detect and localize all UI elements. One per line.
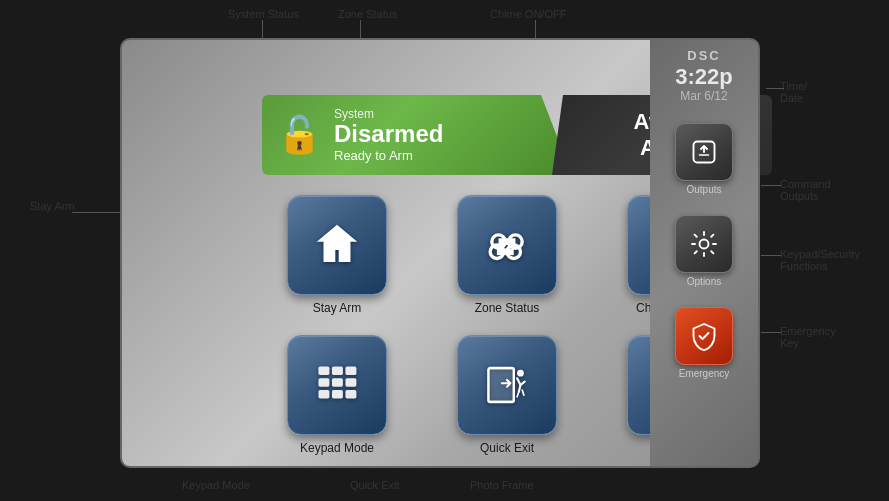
quick-exit-icon-box bbox=[457, 335, 557, 435]
quick-exit-label: Quick Exit bbox=[480, 441, 534, 455]
right-sidebar: DSC 3:22p Mar 6/12 Outputs Options bbox=[650, 38, 760, 468]
time-display: 3:22p bbox=[675, 65, 732, 89]
status-main: Disarmed bbox=[334, 121, 443, 147]
options-button[interactable]: Options bbox=[675, 215, 733, 287]
svg-point-19 bbox=[517, 370, 524, 377]
quick-exit-button[interactable]: Quick Exit bbox=[432, 335, 582, 455]
line-emergency bbox=[761, 332, 781, 333]
svg-rect-5 bbox=[497, 248, 514, 255]
status-text: System Disarmed Ready to Arm bbox=[334, 107, 443, 162]
outputs-label: Outputs bbox=[686, 184, 721, 195]
exit-icon bbox=[480, 358, 534, 412]
annotation-quick-exit: Quick Exit bbox=[350, 479, 400, 491]
keypad-mode-label: Keypad Mode bbox=[300, 441, 374, 455]
status-sub: Ready to Arm bbox=[334, 148, 443, 163]
gear-icon bbox=[689, 229, 719, 259]
emergency-label: Emergency bbox=[679, 368, 730, 379]
lock-icon: 🔓 bbox=[277, 114, 322, 156]
svg-rect-8 bbox=[318, 366, 329, 374]
svg-rect-10 bbox=[345, 366, 356, 374]
outputs-icon-box bbox=[675, 123, 733, 181]
annotation-stay-arm: Stay Arm bbox=[30, 200, 75, 212]
house-icon bbox=[310, 218, 364, 272]
brand-time-section: DSC 3:22p Mar 6/12 bbox=[675, 48, 732, 103]
outputs-button[interactable]: Outputs bbox=[675, 123, 733, 195]
svg-rect-14 bbox=[318, 390, 329, 398]
options-icon-box bbox=[675, 215, 733, 273]
stay-arm-label: Stay Arm bbox=[313, 301, 362, 315]
svg-point-26 bbox=[700, 240, 709, 249]
annotation-photo-frame: Photo Frame bbox=[470, 479, 534, 491]
line-outputs bbox=[761, 185, 781, 186]
keypad-mode-button[interactable]: Keypad Mode bbox=[262, 335, 412, 455]
emergency-button[interactable]: Emergency bbox=[675, 307, 733, 379]
svg-rect-15 bbox=[332, 390, 343, 398]
brand-label: DSC bbox=[675, 48, 732, 63]
annotation-system-status: System Status bbox=[228, 8, 299, 20]
annotation-zone-status: Zone Status bbox=[338, 8, 397, 20]
date-display: Mar 6/12 bbox=[675, 89, 732, 103]
annotation-options: Keypad/SecurityFunctions bbox=[780, 248, 860, 272]
status-disarmed: 🔓 System Disarmed Ready to Arm bbox=[262, 95, 572, 175]
svg-rect-11 bbox=[318, 378, 329, 386]
chain-icon bbox=[480, 218, 534, 272]
stay-arm-icon-box bbox=[287, 195, 387, 295]
zone-status-icon-box bbox=[457, 195, 557, 295]
line-options bbox=[761, 255, 781, 256]
line-time bbox=[766, 88, 784, 89]
svg-rect-13 bbox=[345, 378, 356, 386]
options-label: Options bbox=[687, 276, 721, 287]
annotation-keypad-mode: Keypad Mode bbox=[182, 479, 250, 491]
svg-rect-9 bbox=[332, 366, 343, 374]
outputs-icon bbox=[689, 137, 719, 167]
status-label: System bbox=[334, 107, 443, 121]
annotation-chime: Chime ON/OFF bbox=[490, 8, 566, 20]
keypad-mode-icon-box bbox=[287, 335, 387, 435]
stay-arm-button[interactable]: Stay Arm bbox=[262, 195, 412, 315]
annotation-emergency: EmergencyKey bbox=[780, 325, 836, 349]
keypad-icon bbox=[310, 358, 364, 412]
zone-status-label: Zone Status bbox=[475, 301, 540, 315]
annotation-time-date: Time/Date bbox=[780, 80, 807, 104]
shield-icon bbox=[689, 321, 719, 351]
zone-status-button[interactable]: Zone Status bbox=[432, 195, 582, 315]
svg-rect-12 bbox=[332, 378, 343, 386]
svg-rect-16 bbox=[345, 390, 356, 398]
emergency-icon-box bbox=[675, 307, 733, 365]
annotation-outputs: CommandOutputs bbox=[780, 178, 831, 202]
